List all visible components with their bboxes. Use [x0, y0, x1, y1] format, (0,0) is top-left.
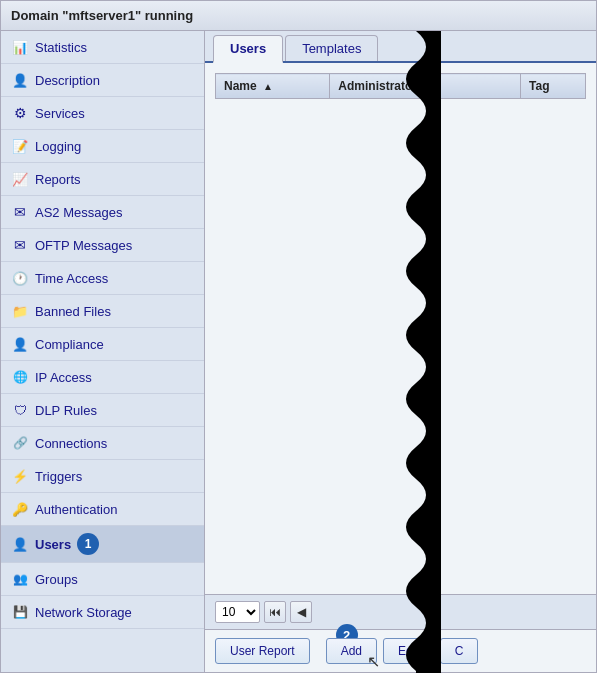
- sidebar-label-dlprules: DLP Rules: [35, 403, 97, 418]
- sidebar-item-logging[interactable]: Logging: [1, 130, 204, 163]
- title-bar: Domain "mftserver1" running: [1, 1, 596, 31]
- first-page-button[interactable]: ⏮: [264, 601, 286, 623]
- sidebar-label-services: Services: [35, 106, 85, 121]
- sidebar-label-as2messages: AS2 Messages: [35, 205, 122, 220]
- sidebar-item-compliance[interactable]: Compliance: [1, 328, 204, 361]
- sidebar-label-connections: Connections: [35, 436, 107, 451]
- sidebar-item-description[interactable]: Description: [1, 64, 204, 97]
- copy-button[interactable]: C: [440, 638, 479, 664]
- sidebar-item-networkstorage[interactable]: Network Storage: [1, 596, 204, 629]
- add-btn-area: 2 Add ↖: [326, 638, 377, 664]
- sort-admin-icon: ⇅: [423, 81, 431, 92]
- sidebar-label-description: Description: [35, 73, 100, 88]
- sidebar-item-services[interactable]: Services: [1, 97, 204, 130]
- sidebar-label-oftpmessages: OFTP Messages: [35, 238, 132, 253]
- user-report-button[interactable]: User Report: [215, 638, 310, 664]
- sidebar-item-connections[interactable]: Connections: [1, 427, 204, 460]
- sidebar-label-ipaccess: IP Access: [35, 370, 92, 385]
- services-icon: [11, 104, 29, 122]
- per-page-select[interactable]: 10 25 50 100: [215, 601, 260, 623]
- sidebar-label-statistics: Statistics: [35, 40, 87, 55]
- action-bar: User Report 2 Add ↖ Edit C: [205, 629, 596, 672]
- sidebar-label-logging: Logging: [35, 139, 81, 154]
- sidebar-label-timeaccess: Time Access: [35, 271, 108, 286]
- add-button[interactable]: Add ↖: [326, 638, 377, 664]
- sidebar: StatisticsDescriptionServicesLoggingRepo…: [1, 31, 205, 672]
- sidebar-item-as2messages[interactable]: AS2 Messages: [1, 196, 204, 229]
- sidebar-item-authentication[interactable]: Authentication: [1, 493, 204, 526]
- sidebar-label-bannedfiles: Banned Files: [35, 304, 111, 319]
- logging-icon: [11, 137, 29, 155]
- sidebar-label-triggers: Triggers: [35, 469, 82, 484]
- edit-button[interactable]: Edit: [383, 638, 434, 664]
- main-panel: Users Templates Name ▲: [205, 31, 596, 672]
- as2messages-icon: [11, 203, 29, 221]
- sidebar-item-oftpmessages[interactable]: OFTP Messages: [1, 229, 204, 262]
- sidebar-label-compliance: Compliance: [35, 337, 104, 352]
- triggers-icon: [11, 467, 29, 485]
- window-title: Domain "mftserver1" running: [11, 8, 193, 23]
- timeaccess-icon: [11, 269, 29, 287]
- compliance-icon: [11, 335, 29, 353]
- cursor-icon: ↖: [367, 652, 380, 671]
- sidebar-item-users[interactable]: Users1: [1, 526, 204, 563]
- sidebar-label-reports: Reports: [35, 172, 81, 187]
- col-tags-header[interactable]: Tag: [521, 74, 586, 99]
- sidebar-item-triggers[interactable]: Triggers: [1, 460, 204, 493]
- oftpmessages-icon: [11, 236, 29, 254]
- reports-icon: [11, 170, 29, 188]
- sort-name-icon: ▲: [263, 81, 273, 92]
- sidebar-item-bannedfiles[interactable]: Banned Files: [1, 295, 204, 328]
- sidebar-label-users: Users: [35, 537, 71, 552]
- tab-templates[interactable]: Templates: [285, 35, 378, 61]
- sidebar-item-statistics[interactable]: Statistics: [1, 31, 204, 64]
- tab-users[interactable]: Users: [213, 35, 283, 63]
- col-admin-header[interactable]: Administrator ⇅: [330, 74, 521, 99]
- authentication-icon: [11, 500, 29, 518]
- sidebar-item-reports[interactable]: Reports: [1, 163, 204, 196]
- sidebar-item-groups[interactable]: Groups: [1, 563, 204, 596]
- sidebar-item-timeaccess[interactable]: Time Access: [1, 262, 204, 295]
- sidebar-label-networkstorage: Network Storage: [35, 605, 132, 620]
- bannedfiles-icon: [11, 302, 29, 320]
- users-table: Name ▲ Administrator ⇅ Tag: [215, 73, 586, 99]
- connections-icon: [11, 434, 29, 452]
- ipaccess-icon: [11, 368, 29, 386]
- sidebar-label-authentication: Authentication: [35, 502, 117, 517]
- users-icon: [11, 535, 29, 553]
- col-name-header[interactable]: Name ▲: [216, 74, 330, 99]
- sidebar-item-dlprules[interactable]: DLP Rules: [1, 394, 204, 427]
- pagination-bar: 10 25 50 100 ⏮ ◀: [205, 594, 596, 629]
- networkstorage-icon: [11, 603, 29, 621]
- groups-icon: [11, 570, 29, 588]
- sidebar-item-ipaccess[interactable]: IP Access: [1, 361, 204, 394]
- dlprules-icon: [11, 401, 29, 419]
- prev-page-button[interactable]: ◀: [290, 601, 312, 623]
- table-container: Name ▲ Administrator ⇅ Tag: [205, 63, 596, 594]
- users-step-badge: 1: [77, 533, 99, 555]
- sidebar-label-groups: Groups: [35, 572, 78, 587]
- tab-bar: Users Templates: [205, 31, 596, 63]
- description-icon: [11, 71, 29, 89]
- statistics-icon: [11, 38, 29, 56]
